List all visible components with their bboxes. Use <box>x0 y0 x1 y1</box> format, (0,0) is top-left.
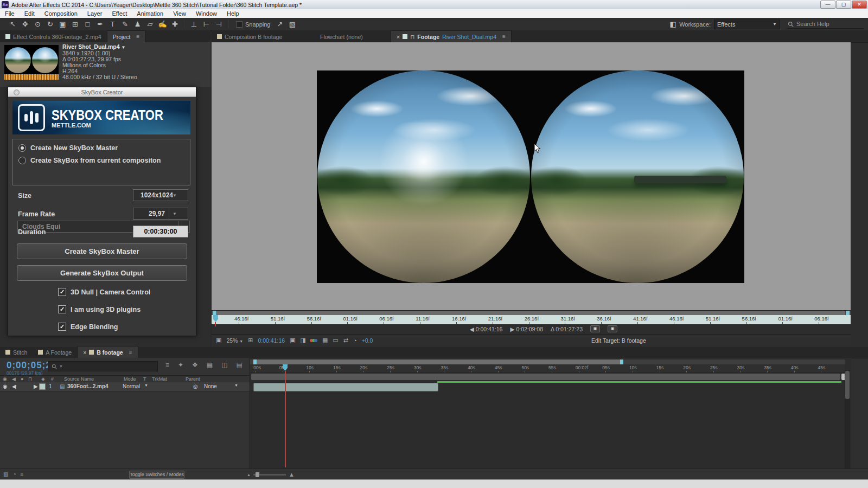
type-tool[interactable]: T <box>106 20 119 28</box>
tab-project[interactable]: Project ≡ <box>107 30 146 42</box>
motion-blur-icon[interactable]: ◫ <box>221 361 227 369</box>
snap-angle-icon[interactable]: ↗ <box>274 20 286 28</box>
radio-new-master[interactable]: Create New SkyBox Master <box>18 144 190 152</box>
hide-shy-icon[interactable]: ❖ <box>192 361 198 369</box>
zoom-slider[interactable] <box>253 474 286 476</box>
parent-select[interactable]: None <box>204 383 217 389</box>
timeline-search-input[interactable]: ▼ <box>48 361 158 371</box>
overlay-edit-button[interactable]: ▣ <box>608 325 617 332</box>
tab-close-icon[interactable]: × <box>83 349 86 356</box>
brush-tool[interactable]: ✎ <box>119 20 131 28</box>
comp-flowchart-icon[interactable]: ≡ <box>165 361 169 369</box>
expand-in-out-icon[interactable]: ≡ <box>21 471 24 477</box>
region-of-interest-icon[interactable]: ▭ <box>333 337 338 344</box>
framerate-dropdown[interactable]: 29,97 ▼ <box>133 208 188 220</box>
view-axis-mode[interactable]: ⊣ <box>213 20 225 28</box>
generate-skybox-output-button[interactable]: Generate SkyBox Output <box>17 265 187 281</box>
eraser-tool[interactable]: ▱ <box>144 20 156 28</box>
create-skybox-master-button[interactable]: Create SkyBox Master <box>17 243 187 259</box>
zoom-out-icon[interactable]: ▲ <box>247 473 251 477</box>
timeline-ruler[interactable]: :00s05s10s15s20s25s30s35s40s45s50s55s00:… <box>250 364 845 373</box>
panel-menu-icon[interactable]: ≡ <box>129 349 132 355</box>
shape-tool[interactable]: □ <box>81 20 94 28</box>
chevron-down-icon[interactable]: ▼ <box>169 208 180 219</box>
layer-audio-icon[interactable]: ◀ <box>12 383 16 389</box>
work-area-end-handle[interactable] <box>620 359 623 364</box>
footage-thumbnail[interactable] <box>4 45 59 80</box>
radio-from-composition[interactable]: Create SkyBox from current compositon <box>18 157 190 164</box>
menu-item[interactable]: Composition <box>40 10 82 17</box>
expand-layer-switches-icon[interactable]: ▧ <box>3 471 8 477</box>
check-3d-null[interactable]: 3D Null | Camera Control <box>58 288 150 296</box>
check-edge-blending[interactable]: Edge Blending <box>58 323 118 331</box>
tab-composition[interactable]: Composition B footage <box>212 31 315 42</box>
layer-duration-bar[interactable] <box>253 383 438 391</box>
timeline-navigator-bar[interactable] <box>251 374 840 380</box>
tab-footage[interactable]: × ⊓ Footage River Shot_Dual.mp4 ≡ <box>391 30 512 42</box>
clone-stamp-tool[interactable]: ♟ <box>131 20 144 28</box>
layer-source-name[interactable]: 360Foot...2.mp4 <box>67 383 108 389</box>
menu-item[interactable]: Animation <box>132 10 168 17</box>
tab-a-footage[interactable]: A Footage <box>33 346 77 358</box>
graph-editor-icon[interactable]: ▤ <box>237 361 242 369</box>
pixel-aspect-icon[interactable]: ⇄ <box>343 337 348 344</box>
exposure-icon[interactable]: ◔ <box>353 337 357 344</box>
menu-item[interactable]: Layer <box>82 10 107 17</box>
layer-expand-icon[interactable]: ▶ <box>34 383 38 389</box>
parent-pickwhip-icon[interactable]: ◎ <box>193 383 198 389</box>
mode-column[interactable]: Mode <box>124 376 136 382</box>
skybox-close-button[interactable] <box>14 89 20 95</box>
chevron-down-icon[interactable]: ▼ <box>169 190 180 201</box>
roto-brush-tool[interactable]: ✍ <box>156 20 169 28</box>
hand-tool[interactable]: ✥ <box>19 20 31 28</box>
grid-guides-icon[interactable]: ⊞ <box>248 337 253 344</box>
duration-input[interactable]: 0:00:30:00 <box>133 226 188 237</box>
in-point-icon[interactable]: ◀ <box>470 326 474 332</box>
expand-transfer-controls-icon[interactable]: ◔ <box>12 471 16 477</box>
menu-item[interactable]: Window <box>191 10 222 17</box>
tab-stitch[interactable]: Stitch <box>0 346 33 358</box>
puppet-pin-tool[interactable]: ✚ <box>169 20 181 28</box>
workspace-select[interactable]: Effects▼ <box>714 20 780 29</box>
unified-camera-tool[interactable]: ▣ <box>56 20 69 28</box>
radio-button-icon[interactable] <box>18 144 26 152</box>
frame-blend-icon[interactable]: ▦ <box>207 361 213 369</box>
menu-item[interactable]: File <box>0 10 20 17</box>
search-help-field[interactable]: Search Help <box>788 20 864 29</box>
minimize-button[interactable]: — <box>820 1 835 9</box>
menu-item[interactable]: Help <box>222 10 244 17</box>
timeline-zoom-control[interactable]: ▲ ▲ <box>247 471 295 478</box>
out-point-icon[interactable]: ▶ <box>510 326 514 332</box>
timeline-vertical-scrollbar[interactable] <box>845 370 850 468</box>
checkbox-icon[interactable] <box>58 323 66 331</box>
toggle-viewer-icon[interactable]: ▣ <box>216 337 221 344</box>
magnification-select[interactable]: 25% ▼ <box>226 337 243 344</box>
size-dropdown[interactable]: 1024x1024 ▼ <box>133 189 188 201</box>
snapping-checkbox[interactable] <box>236 21 242 28</box>
zoom-in-icon[interactable]: ▲ <box>289 471 295 478</box>
checkbox-icon[interactable] <box>58 288 66 296</box>
local-axis-mode[interactable]: ⊥ <box>188 20 200 28</box>
blend-mode-select[interactable]: Normal <box>123 383 140 389</box>
pan-behind-tool[interactable]: ⊞ <box>69 20 81 28</box>
skybox-title-bar[interactable]: SkyBox Creator <box>8 87 196 97</box>
menu-item[interactable]: Effect <box>107 10 132 17</box>
snapshot-icon[interactable]: ▣ <box>290 337 295 344</box>
viewer-time-ruler[interactable]: 46:16f51:16f56:16f01:16f06:16f11:16f16:1… <box>212 315 851 324</box>
tab-close-icon[interactable]: × <box>397 34 400 40</box>
zoom-tool[interactable]: ⊙ <box>31 20 44 28</box>
exposure-value[interactable]: +0.0 <box>362 337 373 344</box>
layer-video-icon[interactable]: ◉ <box>3 383 8 389</box>
panel-menu-icon[interactable]: ≡ <box>136 34 139 40</box>
menu-item[interactable]: Edit <box>20 10 40 17</box>
rotation-tool[interactable]: ↻ <box>44 20 56 28</box>
close-button[interactable]: ✕ <box>852 1 867 9</box>
toggle-switches-modes-button[interactable]: Toggle Switches / Modes <box>129 471 184 479</box>
viewer-canvas[interactable] <box>212 42 851 310</box>
tab-effect-controls[interactable]: Effect Controls 360Footage_2.mp4 <box>0 31 107 42</box>
work-area-bar[interactable] <box>250 359 845 364</box>
snap-mask-icon[interactable]: ▧ <box>286 20 299 28</box>
work-area-start-handle[interactable] <box>253 359 257 364</box>
parent-column[interactable]: Parent <box>186 376 200 382</box>
show-snapshot-icon[interactable]: ◨ <box>301 337 306 344</box>
